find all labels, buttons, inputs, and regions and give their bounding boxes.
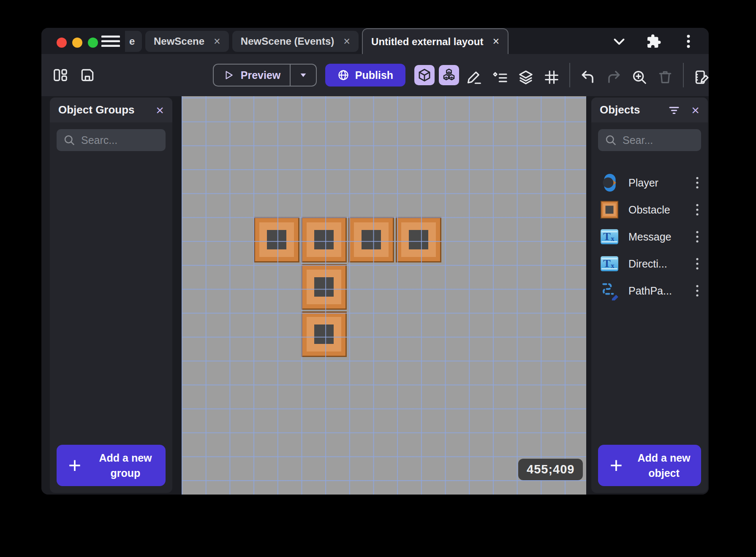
toolbar-divider bbox=[683, 63, 684, 87]
tab-close-icon[interactable]: × bbox=[343, 36, 350, 47]
object-groups-list bbox=[50, 158, 172, 438]
tab-close-icon[interactable]: × bbox=[492, 36, 499, 47]
tab-label: Untitled external layout bbox=[371, 36, 483, 48]
object-menu-icon[interactable] bbox=[694, 284, 700, 298]
object-groups-title: Object Groups bbox=[58, 103, 156, 116]
object-name: Message bbox=[619, 231, 694, 243]
object-menu-icon[interactable] bbox=[694, 230, 700, 244]
edit-properties-icon[interactable] bbox=[693, 69, 709, 85]
window-controls bbox=[57, 38, 98, 48]
svg-text:x: x bbox=[611, 235, 615, 243]
gdevelop-window: e NewScene × NewScene (Events) × Untitle… bbox=[41, 28, 709, 495]
objects-search-input[interactable] bbox=[623, 134, 694, 146]
obstacle-instance-center bbox=[314, 230, 334, 249]
publish-button[interactable]: Publish bbox=[325, 64, 405, 87]
main-area: Object Groups × + Add a new group bbox=[41, 96, 709, 495]
instances-layer bbox=[182, 96, 586, 495]
close-panel-icon[interactable]: × bbox=[156, 103, 164, 117]
extensions-puzzle-icon[interactable] bbox=[646, 34, 661, 49]
toggle-panels-icon[interactable] bbox=[52, 67, 68, 83]
obstacle-instance[interactable] bbox=[254, 217, 299, 262]
obstacle-instance[interactable] bbox=[301, 264, 347, 310]
trash-icon[interactable] bbox=[657, 69, 673, 85]
objects-title: Objects bbox=[600, 103, 668, 116]
preview-button[interactable]: Preview bbox=[213, 64, 317, 87]
object-name: PathPa... bbox=[619, 285, 694, 297]
chevron-down-icon[interactable] bbox=[612, 34, 627, 49]
add-object-label-line2: object bbox=[648, 467, 680, 479]
object-row-player[interactable]: Player bbox=[591, 170, 708, 195]
close-panel-icon[interactable]: × bbox=[691, 103, 699, 117]
object-groups-header: Object Groups × bbox=[50, 97, 172, 122]
scene-canvas[interactable]: 455;409 bbox=[182, 96, 586, 495]
edit-pencil-icon[interactable] bbox=[466, 69, 482, 85]
tab-newscene-events[interactable]: NewScene (Events) × bbox=[232, 31, 359, 52]
cursor-coordinates-badge: 455;409 bbox=[518, 459, 583, 480]
objects-panel: Objects × bbox=[591, 97, 708, 493]
svg-text:T: T bbox=[603, 257, 611, 270]
layers-icon[interactable] bbox=[518, 69, 534, 85]
play-icon bbox=[223, 70, 234, 81]
object-groups-panel: Object Groups × + Add a new group bbox=[50, 97, 172, 493]
toolbar: Preview Publish bbox=[41, 54, 709, 96]
obstacle-instance-center bbox=[362, 230, 381, 249]
single-object-mode-button[interactable] bbox=[414, 65, 435, 85]
obstacle-instance[interactable] bbox=[396, 217, 441, 262]
objects-header: Objects × bbox=[591, 97, 708, 122]
tab-close-icon[interactable]: × bbox=[214, 36, 220, 47]
obstacle-instance-center bbox=[267, 230, 286, 249]
add-object-button[interactable]: + Add a new object bbox=[598, 445, 701, 486]
maximize-window-button[interactable] bbox=[88, 38, 98, 48]
search-icon bbox=[63, 134, 75, 146]
object-row-pathpaint[interactable]: PathPa... bbox=[591, 278, 708, 303]
object-row-directions[interactable]: T x Directi... bbox=[591, 251, 708, 276]
object-row-obstacle[interactable]: Obstacle bbox=[591, 197, 708, 222]
search-icon bbox=[605, 134, 617, 146]
svg-text:x: x bbox=[611, 262, 615, 270]
minimize-window-button[interactable] bbox=[72, 38, 82, 48]
text-object-icon: T x bbox=[600, 254, 619, 273]
tab-label: NewScene bbox=[154, 35, 204, 47]
tab-newscene[interactable]: NewScene × bbox=[145, 31, 229, 52]
obstacle-instance-center bbox=[409, 230, 428, 249]
close-window-button[interactable] bbox=[57, 38, 67, 48]
tab-label: e bbox=[129, 35, 135, 47]
titlebar-actions bbox=[612, 34, 696, 49]
tab-clipped[interactable]: e bbox=[125, 31, 142, 52]
text-object-icon: T x bbox=[600, 227, 619, 246]
svg-text:T: T bbox=[603, 230, 611, 243]
titlebar: e NewScene × NewScene (Events) × Untitle… bbox=[41, 28, 709, 54]
zoom-in-icon[interactable] bbox=[631, 69, 647, 85]
object-groups-search[interactable] bbox=[57, 129, 166, 151]
publish-label: Publish bbox=[355, 69, 393, 81]
player-icon bbox=[600, 173, 619, 192]
grid-icon[interactable] bbox=[544, 69, 560, 85]
obstacle-instance[interactable] bbox=[348, 217, 394, 262]
object-menu-icon[interactable] bbox=[694, 176, 700, 190]
obstacle-icon bbox=[600, 200, 619, 219]
tab-untitled-external-layout[interactable]: Untitled external layout × bbox=[362, 28, 509, 54]
object-groups-search-input[interactable] bbox=[81, 134, 159, 146]
object-menu-icon[interactable] bbox=[694, 203, 700, 217]
menu-icon[interactable] bbox=[101, 35, 120, 48]
toolbar-divider bbox=[569, 63, 570, 87]
multi-object-mode-button[interactable] bbox=[439, 65, 459, 85]
obstacle-instance[interactable] bbox=[301, 217, 347, 262]
add-group-button[interactable]: + Add a new group bbox=[57, 445, 166, 486]
globe-icon bbox=[337, 69, 349, 81]
obstacle-instance[interactable] bbox=[301, 311, 347, 357]
save-icon[interactable] bbox=[79, 67, 95, 83]
obstacle-instance-center bbox=[314, 324, 334, 344]
instances-list-icon[interactable] bbox=[492, 69, 508, 85]
object-menu-icon[interactable] bbox=[694, 257, 700, 271]
preview-label: Preview bbox=[241, 69, 281, 81]
object-name: Player bbox=[619, 177, 694, 189]
objects-search[interactable] bbox=[598, 129, 701, 151]
filter-icon[interactable] bbox=[668, 104, 680, 116]
kebab-menu-icon[interactable] bbox=[681, 34, 696, 49]
redo-icon[interactable] bbox=[606, 69, 622, 85]
preview-dropdown-button[interactable] bbox=[290, 65, 316, 86]
obstacle-instance-center bbox=[314, 277, 334, 297]
object-row-message[interactable]: T x Message bbox=[591, 224, 708, 249]
undo-icon[interactable] bbox=[580, 69, 596, 85]
